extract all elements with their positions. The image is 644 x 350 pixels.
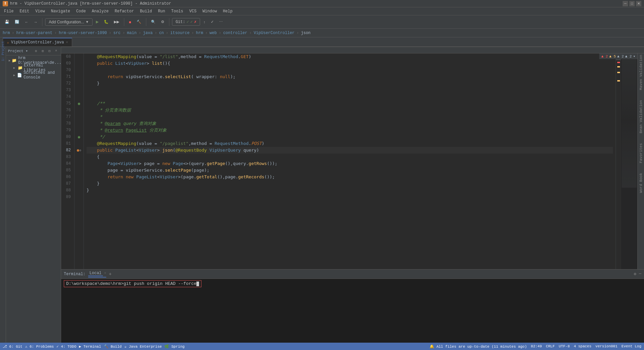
status-bar: ⎇ 6: Git ⚠ 6: Problems ✓ 4: TODO ▶ Termi… xyxy=(0,343,644,350)
forward-button[interactable]: → xyxy=(32,17,39,27)
build-button[interactable]: 🔨 xyxy=(135,17,143,27)
project-collapse-icon[interactable]: ⊟ xyxy=(47,48,52,54)
menu-view[interactable]: View xyxy=(33,8,48,14)
terminal-minimize-button[interactable]: ─ xyxy=(639,272,641,277)
gutter-69 xyxy=(74,60,84,67)
right-tool-maven[interactable]: Maven Validation xyxy=(639,55,643,90)
menu-vcs[interactable]: VCS xyxy=(187,8,199,14)
tree-item-scratches[interactable]: ▶ 📄 Scratches and Console xyxy=(6,71,61,79)
menu-edit[interactable]: Edit xyxy=(17,8,32,14)
terminal-tab-close-button[interactable]: × xyxy=(104,272,106,275)
terminal-content[interactable]: D:\workspace\demo\hrm>git push origin HE… xyxy=(61,279,644,343)
gutter-68 xyxy=(74,53,84,60)
search-button[interactable]: 🔍 xyxy=(149,17,158,27)
project-gear-icon[interactable]: ⚙ xyxy=(33,48,39,54)
nav-cn[interactable]: cn xyxy=(159,31,164,35)
nav-vip-controller[interactable]: VipUserController xyxy=(254,31,294,35)
menu-run[interactable]: Run xyxy=(155,8,168,14)
code-line-72: } xyxy=(87,80,613,87)
right-tool-wordbook[interactable]: Word Book xyxy=(639,173,643,193)
terminal-tab-local[interactable]: Local xyxy=(88,271,103,276)
nav-controller[interactable]: controller xyxy=(223,31,247,35)
nav-itsource[interactable]: itsource xyxy=(170,31,190,35)
tab-vip-controller[interactable]: ☕ VipUserController.java × xyxy=(3,38,72,46)
status-warnings[interactable]: ⚠ 6: Problems xyxy=(25,344,54,349)
gutter-84 xyxy=(74,160,84,167)
status-version[interactable]: version001 xyxy=(596,344,618,348)
gutter-83 xyxy=(74,154,84,160)
vcs-update-button[interactable]: ↑ xyxy=(201,17,207,27)
status-crlf[interactable]: CRLF xyxy=(546,344,554,348)
right-tool-bean[interactable]: Bean Validation xyxy=(639,100,643,133)
status-charset[interactable]: UTF-8 xyxy=(559,344,570,348)
menu-tools[interactable]: Tools xyxy=(169,8,186,14)
close-button[interactable]: ✕ xyxy=(636,1,641,6)
stop-button[interactable]: ■ xyxy=(127,17,133,27)
menu-help[interactable]: Help xyxy=(220,8,235,14)
menu-analyze[interactable]: Analyze xyxy=(89,8,111,14)
sync-button[interactable]: 🔄 xyxy=(13,17,21,27)
vcs-commit-button[interactable]: ✓ xyxy=(209,17,216,27)
nav-main[interactable]: main xyxy=(127,31,137,35)
status-terminal[interactable]: ▶ Terminal xyxy=(79,344,101,349)
project-close-icon[interactable]: × xyxy=(53,48,59,54)
app-icon: I xyxy=(3,1,8,6)
code-content[interactable]: @RequestMapping(value = "/list",method =… xyxy=(84,53,616,269)
minimize-button[interactable]: ─ xyxy=(623,1,628,6)
terminal-settings-button[interactable]: ⚙ xyxy=(634,272,636,277)
title-bar: I hrm - VipUserController.java [hrm-user… xyxy=(0,0,644,7)
nav-web[interactable]: web xyxy=(209,31,217,35)
run-button[interactable]: ▶ xyxy=(94,17,101,27)
vcs-more-button[interactable]: ⋯ xyxy=(217,17,225,27)
code-line-86: return new PageList<VipUser>(page.getTot… xyxy=(87,174,613,180)
nav-java[interactable]: java xyxy=(143,31,153,35)
project-expand-icon[interactable]: ⊞ xyxy=(40,48,45,54)
nav-src[interactable]: src xyxy=(113,31,121,35)
debug-button[interactable]: 🐛 xyxy=(102,17,111,27)
status-files-uptodate: 🔔 All files are up-to-date (11 minutes a… xyxy=(430,344,527,349)
status-todo[interactable]: ✓ 4: TODO xyxy=(56,344,76,349)
add-configuration-button[interactable]: Add Configuration... ▼ xyxy=(45,18,93,26)
terminal-add-button[interactable]: + xyxy=(109,272,112,277)
settings-button[interactable]: ⚙ xyxy=(159,17,166,27)
gutter-76 xyxy=(74,107,84,114)
error-marker-1 xyxy=(617,62,620,63)
gutter-81 xyxy=(74,140,84,147)
nav-json[interactable]: json xyxy=(301,31,311,35)
info-count-2: ▲ 2 xyxy=(625,54,632,58)
project-icon[interactable]: 1: Project xyxy=(0,48,6,54)
project-panel: Project ▾ ⚙ ⊞ ⊟ × ▶ 📁 hrm D:\workspace\d… xyxy=(6,47,61,343)
nav-hrm2[interactable]: hrm xyxy=(196,31,203,35)
gutter-78 xyxy=(74,120,84,127)
status-position[interactable]: 82:49 xyxy=(531,344,542,348)
menu-navigate[interactable]: Navigate xyxy=(48,8,73,14)
right-tool-favorites[interactable]: Favorites xyxy=(639,143,643,163)
maximize-button[interactable]: □ xyxy=(629,1,635,6)
nav-hrm-user-parent[interactable]: hrm-user-parent xyxy=(16,31,52,35)
gutter-77 xyxy=(74,114,84,120)
status-git[interactable]: ⎇ 6: Git xyxy=(3,344,22,349)
run-coverage-button[interactable]: ▶▶ xyxy=(112,17,121,27)
nav-hrm[interactable]: hrm xyxy=(3,31,10,35)
status-indent[interactable]: 4 spaces xyxy=(574,344,592,348)
menu-refactor[interactable]: Refactor xyxy=(112,8,137,14)
status-java-enterprise[interactable]: ☕ Java Enterprise xyxy=(124,344,162,349)
expand-icon: ▾ xyxy=(633,54,635,58)
status-spring[interactable]: 🌿 Spring xyxy=(164,344,184,349)
tab-label: VipUserController.java xyxy=(11,40,64,45)
menu-build[interactable]: Build xyxy=(137,8,155,14)
nav-hrm-user-server[interactable]: hrm-user-server-1090 xyxy=(59,31,107,35)
back-button[interactable]: ← xyxy=(23,17,30,27)
menu-file[interactable]: File xyxy=(1,8,16,14)
tab-close-button[interactable]: × xyxy=(66,41,68,44)
git-status-badge[interactable]: Git: ✓ ✓ ✗ xyxy=(172,18,200,26)
terminal-prompt-text: D:\workspace\demo\hrm>git push origin HE… xyxy=(66,281,196,286)
save-all-button[interactable]: 💾 xyxy=(3,17,11,27)
status-build[interactable]: 🔨 Build xyxy=(104,344,122,349)
validation-bar: ▲ xyxy=(616,53,621,269)
menu-code[interactable]: Code xyxy=(73,8,89,14)
code-line-84: Page<VipUser> page = new Page<>(query.ge… xyxy=(87,160,613,167)
terminal-local-tab[interactable]: Local × xyxy=(88,271,106,278)
menu-window[interactable]: Window xyxy=(200,8,219,14)
status-event-log[interactable]: Event Log xyxy=(622,344,641,348)
